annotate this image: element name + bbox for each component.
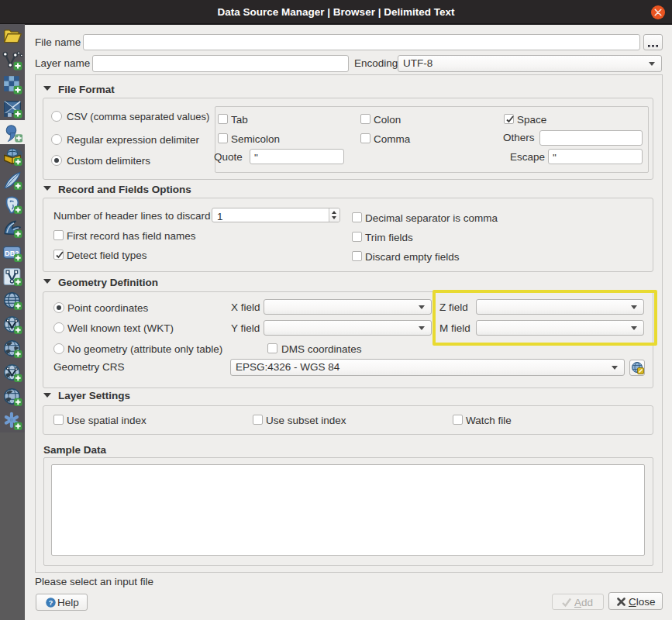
svg-text:?: ? — [49, 599, 53, 607]
